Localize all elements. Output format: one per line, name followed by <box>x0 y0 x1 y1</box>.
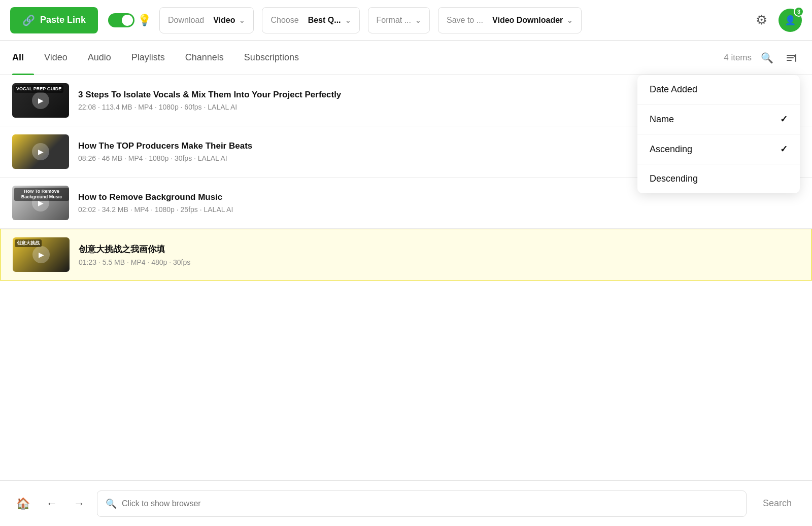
tab-subscriptions-label: Subscriptions <box>244 52 299 63</box>
search-button[interactable]: Search <box>755 494 800 513</box>
chevron-down-icon: ⌄ <box>345 16 351 24</box>
sort-button[interactable] <box>783 49 800 66</box>
home-button[interactable]: 🏠 <box>12 493 34 514</box>
save-to-dropdown[interactable]: Save to ... Video Downloader ⌄ <box>438 7 582 33</box>
tab-playlists[interactable]: Playlists <box>121 41 175 75</box>
topbar: 🔗 Paste Link 💡 Download Video ⌄ Choose B… <box>0 0 812 41</box>
video-item[interactable]: 创意大挑战▶创意大挑战之我画你填01:23 · 5.5 MB · MP4 · 4… <box>0 229 812 280</box>
check-icon: ✓ <box>780 114 788 125</box>
settings-button[interactable]: ⚙ <box>753 9 770 31</box>
video-title: 创意大挑战之我画你填 <box>79 243 799 255</box>
tab-video-label: Video <box>44 52 67 63</box>
check-icon: ✓ <box>780 144 788 155</box>
tab-playlists-label: Playlists <box>131 52 165 63</box>
video-info: How to Remove Background Music02:02 · 34… <box>78 192 800 214</box>
download-type-value: Video <box>213 16 235 25</box>
download-type-dropdown[interactable]: Download Video ⌄ <box>159 7 254 33</box>
browser-input[interactable] <box>122 499 738 508</box>
search-icon: 🔍 <box>761 52 773 63</box>
tabs-right-controls: 4 items 🔍 <box>724 49 800 67</box>
video-meta: 01:23 · 5.5 MB · MP4 · 480p · 30fps <box>79 258 799 266</box>
save-label: Save to ... <box>447 16 483 25</box>
bottombar: 🏠 ← → 🔍 Search <box>0 480 812 526</box>
thumbnail-label: How To Remove Background Music <box>14 188 69 201</box>
quality-dropdown[interactable]: Choose Best Q... ⌄ <box>262 7 359 33</box>
video-meta: 02:02 · 34.2 MB · MP4 · 1080p · 25fps · … <box>78 205 800 214</box>
video-title: How to Remove Background Music <box>78 192 800 202</box>
sort-dropdown: Date Added Name ✓ Ascending ✓ Descending <box>637 75 800 193</box>
video-thumbnail: How To Remove Background Music▶ <box>12 186 69 220</box>
format-dropdown[interactable]: Format ... ⌄ <box>368 7 430 33</box>
tab-audio[interactable]: Audio <box>78 41 121 75</box>
chevron-down-icon: ⌄ <box>567 16 573 24</box>
browser-input-wrap[interactable]: 🔍 <box>97 490 747 517</box>
search-icon-button[interactable]: 🔍 <box>758 49 776 67</box>
thumbnail-label: VOCAL PREP GUIDE <box>14 85 63 93</box>
avatar-button[interactable]: 👤 3 <box>779 9 802 32</box>
sort-icon <box>786 52 797 63</box>
tab-all-label: All <box>12 52 24 63</box>
play-button[interactable]: ▶ <box>32 143 49 160</box>
video-thumbnail: 创意大挑战▶ <box>13 237 70 272</box>
search-icon: 🔍 <box>106 498 117 509</box>
save-value: Video Downloader <box>492 16 563 25</box>
play-button[interactable]: ▶ <box>32 246 50 263</box>
tab-subscriptions[interactable]: Subscriptions <box>234 41 309 75</box>
sort-name-label: Name <box>650 114 674 125</box>
tabs-bar: All Video Audio Playlists Channels Subsc… <box>0 41 812 75</box>
sort-option-descending[interactable]: Descending <box>637 164 800 193</box>
items-count: 4 items <box>724 53 752 63</box>
sort-option-ascending[interactable]: Ascending ✓ <box>637 134 800 164</box>
search-label: Search <box>763 498 792 508</box>
home-icon: 🏠 <box>16 497 30 510</box>
tab-audio-label: Audio <box>88 52 111 63</box>
sort-option-name[interactable]: Name ✓ <box>637 104 800 134</box>
notification-badge: 3 <box>794 7 804 17</box>
video-thumbnail: VOCAL PREP GUIDE▶ <box>12 83 69 118</box>
sort-option-date-added[interactable]: Date Added <box>637 75 800 104</box>
toggle-switch[interactable] <box>108 13 134 27</box>
link-icon: 🔗 <box>22 14 35 26</box>
sort-descending-label: Descending <box>650 173 698 184</box>
paste-link-label: Paste Link <box>40 15 86 25</box>
download-label: Download <box>168 16 204 25</box>
tab-all[interactable]: All <box>12 41 34 75</box>
format-label: Format ... <box>377 16 411 25</box>
gear-icon: ⚙ <box>756 12 767 27</box>
forward-icon: → <box>74 497 85 510</box>
choose-value: Best Q... <box>308 16 341 25</box>
play-button[interactable]: ▶ <box>32 92 49 109</box>
sort-ascending-label: Ascending <box>650 144 692 155</box>
chevron-down-icon: ⌄ <box>239 16 245 24</box>
avatar-icon: 👤 <box>785 15 796 26</box>
video-thumbnail: ▶ <box>12 134 69 169</box>
chevron-down-icon: ⌄ <box>415 16 421 24</box>
toggle-wrap: 💡 <box>108 13 151 27</box>
thumbnail-label: 创意大挑战 <box>15 239 42 247</box>
tab-channels-label: Channels <box>185 52 224 63</box>
tab-channels[interactable]: Channels <box>175 41 234 75</box>
paste-link-button[interactable]: 🔗 Paste Link <box>10 7 98 33</box>
tab-video[interactable]: Video <box>34 41 78 75</box>
video-info: 创意大挑战之我画你填01:23 · 5.5 MB · MP4 · 480p · … <box>79 243 799 266</box>
toggle-thumb <box>122 15 133 26</box>
forward-button[interactable]: → <box>70 493 89 514</box>
choose-label: Choose <box>270 16 298 25</box>
back-button[interactable]: ← <box>42 493 61 514</box>
bulb-icon: 💡 <box>138 14 151 27</box>
sort-date-added-label: Date Added <box>650 84 697 95</box>
back-icon: ← <box>46 497 57 510</box>
